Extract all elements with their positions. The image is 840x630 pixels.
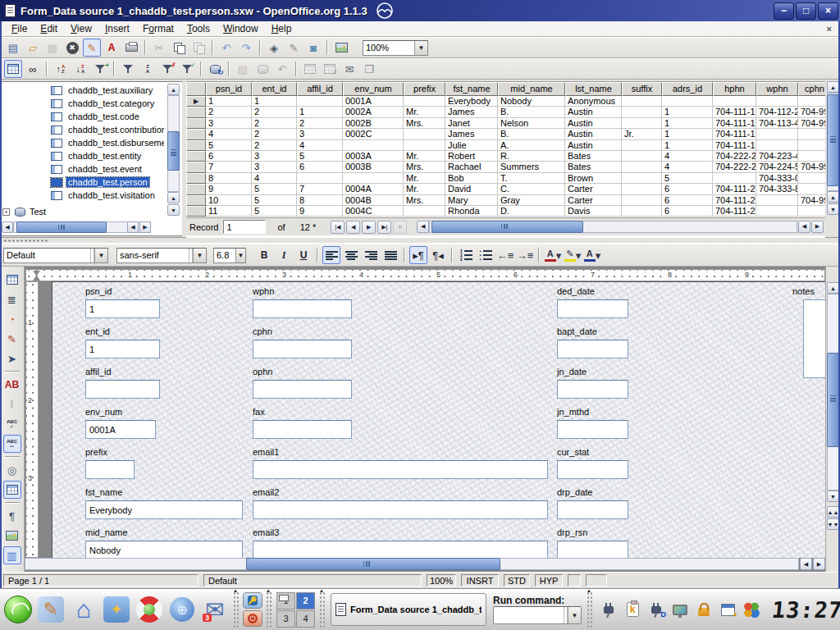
field-input-email3[interactable]: [253, 541, 548, 558]
scroll-up-icon[interactable]: ▲: [167, 192, 180, 203]
grid-cell[interactable]: A.: [498, 140, 565, 151]
grid-cell[interactable]: 1: [252, 96, 297, 107]
font-dropdown-icon[interactable]: ▼: [193, 249, 206, 262]
status-insert-mode[interactable]: INSRT: [461, 574, 499, 587]
grid-cell[interactable]: 0004A: [343, 184, 404, 194]
grid-cell[interactable]: [798, 206, 825, 217]
align-right-icon[interactable]: [362, 246, 380, 264]
grid-cell[interactable]: 4: [252, 173, 297, 184]
grid-cell[interactable]: 5: [252, 184, 297, 194]
insert-table-icon[interactable]: [3, 271, 21, 289]
scroll-down-icon[interactable]: ▼: [827, 203, 839, 215]
grid-cell[interactable]: Carter: [565, 195, 622, 206]
previous-record-icon[interactable]: ◀: [346, 221, 360, 234]
grid-cell[interactable]: 3: [252, 162, 297, 172]
row-header[interactable]: [186, 151, 206, 162]
run-command-combo[interactable]: ▼: [493, 606, 582, 624]
scroll-left-icon[interactable]: ◀: [2, 221, 13, 233]
field-input-drp_date[interactable]: [557, 500, 628, 519]
grid-cell[interactable]: B.: [498, 129, 565, 139]
grid-cell[interactable]: Austin: [565, 118, 622, 129]
web-browser-icon[interactable]: ⊕: [166, 592, 199, 627]
field-input-ent_id[interactable]: [85, 340, 160, 358]
tree-item[interactable]: chaddb_test.event: [2, 162, 164, 176]
grid-cell[interactable]: [756, 129, 798, 139]
maximize-button[interactable]: □: [796, 2, 816, 20]
grid-cell[interactable]: Bob: [445, 173, 498, 184]
grid-cell[interactable]: Jr.: [622, 129, 662, 139]
first-record-icon[interactable]: |◀: [331, 221, 345, 234]
new-record-icon[interactable]: ✳: [393, 221, 407, 234]
grid-cell[interactable]: 11: [206, 206, 252, 217]
tree-root-test[interactable]: + Test: [2, 205, 46, 218]
menu-file[interactable]: File: [5, 22, 34, 35]
grid-cell[interactable]: [798, 129, 825, 139]
grid-cell[interactable]: Mrs.: [404, 162, 445, 172]
document-horizontal-scrollbar[interactable]: ◀ ▶: [25, 558, 825, 571]
grid-cell[interactable]: [622, 107, 662, 117]
field-input-bapt_date[interactable]: [557, 340, 628, 358]
grid-cell[interactable]: B.: [498, 107, 565, 117]
grid-cell[interactable]: 2: [252, 129, 297, 139]
grid-cell[interactable]: 704-333-0: [756, 173, 798, 184]
zoom-input[interactable]: [363, 43, 414, 52]
autofilter-icon[interactable]: +: [91, 60, 109, 78]
grid-cell[interactable]: Robert: [445, 151, 498, 162]
font-name-combo[interactable]: ▼: [116, 248, 207, 263]
note-editor-icon[interactable]: ✎: [34, 592, 67, 627]
row-header[interactable]: [186, 129, 206, 139]
display-icon[interactable]: [671, 600, 689, 619]
sort-descending-icon[interactable]: ↓Z A: [71, 60, 89, 78]
grid-cell[interactable]: [798, 184, 825, 194]
grid-cell[interactable]: D.: [498, 206, 565, 217]
next-page-icon[interactable]: ▼▼: [827, 518, 839, 530]
field-input-cphn[interactable]: [253, 340, 352, 358]
grid-cell[interactable]: [622, 206, 662, 217]
copy-icon[interactable]: [170, 39, 188, 57]
tree-item[interactable]: chaddb_test.contribution: [2, 123, 164, 136]
grid-cell[interactable]: 4: [297, 140, 343, 151]
grid-cell[interactable]: Nelson: [498, 118, 565, 129]
field-input-fst_name[interactable]: [85, 500, 243, 519]
menu-insert[interactable]: Insert: [98, 22, 136, 35]
grid-cell[interactable]: 704-111-2: [713, 206, 756, 217]
remove-filter-icon[interactable]: ✗: [158, 60, 176, 78]
menu-help[interactable]: Help: [265, 22, 299, 35]
grid-cell[interactable]: 0003A: [343, 151, 404, 162]
grid-cell[interactable]: [798, 151, 825, 162]
tree-item[interactable]: chaddb_test.visitation: [2, 189, 164, 202]
tree-item[interactable]: chaddb_test.entity: [2, 149, 164, 162]
form-functions-icon[interactable]: ➤: [3, 349, 21, 368]
grid-cell[interactable]: [713, 173, 756, 184]
field-input-wphn[interactable]: [253, 299, 352, 318]
grid-cell[interactable]: 0004B: [343, 195, 404, 206]
paste-icon[interactable]: [189, 39, 208, 57]
save-record-icon[interactable]: [253, 60, 272, 78]
grid-cell[interactable]: 2: [297, 118, 343, 129]
grid-cell[interactable]: 2: [252, 118, 297, 129]
grid-cell[interactable]: [798, 96, 825, 107]
row-header[interactable]: [186, 162, 206, 172]
data-sources-icon[interactable]: [3, 481, 21, 499]
grid-cell[interactable]: 704-111-1: [713, 107, 756, 117]
scroll-up-icon[interactable]: ▲: [827, 282, 839, 294]
grid-cell[interactable]: Austin: [565, 107, 622, 117]
field-input-env_num[interactable]: [85, 420, 156, 439]
grid-cell[interactable]: Rachael: [445, 162, 498, 172]
insert-graphics-icon[interactable]: [332, 39, 350, 57]
grid-cell[interactable]: 704-222-2: [713, 162, 756, 172]
grid-cell[interactable]: [662, 96, 713, 107]
field-input-email2[interactable]: [253, 500, 548, 519]
grid-cell[interactable]: Everybody: [445, 96, 498, 107]
grid-column-header[interactable]: suffix: [622, 82, 662, 96]
scroll-up-icon[interactable]: ▲: [827, 81, 839, 93]
grid-cell[interactable]: [756, 195, 798, 206]
grid-cell[interactable]: [343, 173, 404, 184]
bullets-icon[interactable]: •••: [477, 246, 495, 264]
data-to-text-icon[interactable]: ✉: [340, 60, 358, 78]
grid-cell[interactable]: 8: [206, 173, 252, 184]
redo-icon[interactable]: ↷: [237, 39, 255, 57]
scroll-up-icon[interactable]: ▲: [827, 191, 839, 203]
field-input-affil_id[interactable]: [85, 380, 160, 399]
logout-button[interactable]: ⏻: [243, 610, 262, 627]
